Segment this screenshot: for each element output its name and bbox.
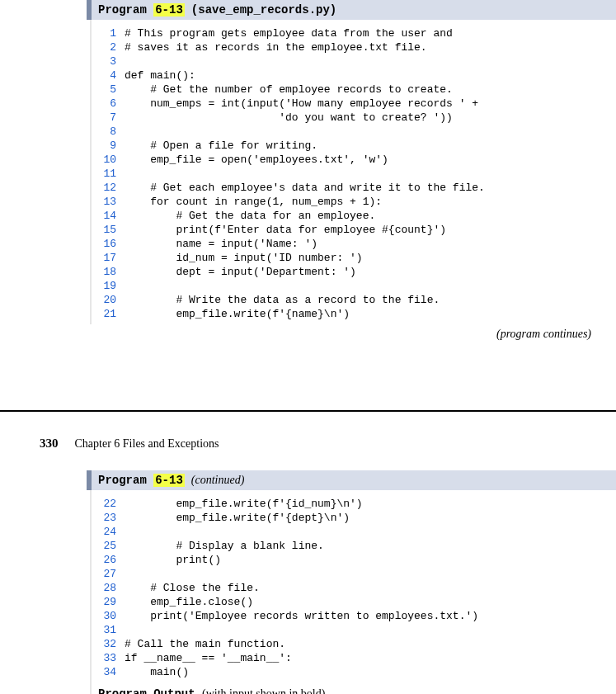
line-source: emp_file = open('employees.txt', 'w') [125, 153, 388, 167]
code-line: 24 [98, 525, 606, 539]
code-line: 11 [98, 167, 606, 181]
line-number: 32 [98, 637, 125, 651]
code-line: 31 [98, 623, 606, 637]
line-number: 29 [98, 595, 125, 609]
line-number: 6 [98, 97, 125, 111]
line-number: 28 [98, 581, 125, 595]
line-number: 21 [98, 307, 125, 321]
line-source: print() [125, 553, 221, 567]
line-source: def main(): [125, 68, 195, 83]
code-body-2: 22 emp_file.write(f'{id_num}\n')23 emp_f… [90, 490, 616, 682]
line-number: 23 [98, 511, 125, 525]
code-line: 23 emp_file.write(f'{dept}\n') [98, 511, 606, 525]
code-line: 29 emp_file.close() [98, 595, 606, 609]
line-number: 13 [98, 195, 125, 209]
program-filename: (save_emp_records.py) [191, 3, 336, 17]
code-line: 5 # Get the number of employee records t… [98, 83, 606, 97]
code-line: 14 # Get the data for an employee. [98, 209, 606, 223]
line-number: 17 [98, 251, 125, 265]
code-line: 10 emp_file = open('employees.txt', 'w') [98, 153, 606, 167]
code-line: 16 name = input('Name: ') [98, 237, 606, 251]
line-source: # Get the data for an employee. [125, 209, 375, 223]
line-number: 3 [98, 54, 125, 68]
line-source: main() [125, 665, 189, 679]
line-source: # Close the file. [125, 581, 260, 595]
code-line: 17 id_num = input('ID number: ') [98, 251, 606, 265]
line-source: name = input('Name: ') [125, 237, 317, 251]
line-number: 8 [98, 125, 125, 139]
program-continued-label: (continued) [191, 474, 245, 487]
code-line: 27 [98, 567, 606, 581]
output-rest: (with input shown in bold) [202, 687, 325, 694]
code-line: 8 [98, 125, 606, 139]
line-number: 22 [98, 497, 125, 511]
program-label: Program [98, 3, 153, 17]
line-number: 31 [98, 623, 125, 637]
line-source: # saves it as records in the employee.tx… [125, 40, 427, 54]
code-line: 9 # Open a file for writing. [98, 139, 606, 153]
program-label: Program [98, 474, 153, 487]
line-number: 26 [98, 553, 125, 567]
line-source: for count in range(1, num_emps + 1): [125, 195, 382, 209]
code-line: 25 # Display a blank line. [98, 539, 606, 553]
line-number: 7 [98, 111, 125, 125]
page-gap [0, 344, 616, 410]
program-number: 6-13 [153, 474, 185, 487]
code-line: 30 print('Employee records written to em… [98, 609, 606, 623]
line-source: # Get the number of employee records to … [125, 83, 453, 97]
chapter-heading: 330 Chapter 6 Files and Exceptions [0, 417, 616, 470]
line-source: # Open a file for writing. [125, 139, 317, 153]
code-line: 6 num_emps = int(input('How many employe… [98, 97, 606, 111]
code-line: 2# saves it as records in the employee.t… [98, 40, 606, 54]
line-source: # Call the main function. [125, 637, 285, 651]
code-line: 33if __name__ == '__main__': [98, 651, 606, 665]
line-number: 30 [98, 609, 125, 623]
line-number: 14 [98, 209, 125, 223]
line-number: 33 [98, 651, 125, 665]
line-number: 2 [98, 40, 125, 54]
code-line: 1# This program gets employee data from … [98, 26, 606, 40]
code-line: 19 [98, 279, 606, 293]
line-source: emp_file.close() [125, 595, 253, 609]
line-number: 12 [98, 181, 125, 195]
program-header-1: Program 6-13 (save_emp_records.py) [87, 0, 616, 20]
code-line: 12 # Get each employee's data and write … [98, 181, 606, 195]
line-source: num_emps = int(input('How many employee … [125, 97, 478, 111]
code-line: 21 emp_file.write(f'{name}\n') [98, 307, 606, 321]
code-body-1: 1# This program gets employee data from … [90, 20, 616, 324]
chapter-title: Chapter 6 Files and Exceptions [75, 437, 219, 451]
line-source: dept = input('Department: ') [125, 265, 356, 279]
line-number: 34 [98, 665, 125, 679]
line-source: emp_file.write(f'{id_num}\n') [125, 497, 363, 511]
code-line: 34 main() [98, 665, 606, 679]
line-number: 4 [98, 68, 125, 83]
code-line: 7 'do you want to create? ')) [98, 111, 606, 125]
program-continues: (program continues) [87, 324, 616, 344]
code-line: 32# Call the main function. [98, 637, 606, 651]
line-number: 11 [98, 167, 125, 181]
program-header-2: Program 6-13 (continued) [87, 470, 616, 490]
output-bold: Program Output [98, 687, 202, 694]
line-source: 'do you want to create? ')) [125, 111, 453, 125]
line-number: 1 [98, 26, 125, 40]
code-line: 15 print(f'Enter data for employee #{cou… [98, 223, 606, 237]
code-line: 4def main(): [98, 68, 606, 83]
page-number: 330 [40, 437, 59, 451]
line-number: 27 [98, 567, 125, 581]
program-output-header: Program Output (with input shown in bold… [90, 682, 616, 694]
program-listing-1: Program 6-13 (save_emp_records.py) 1# Th… [87, 0, 616, 344]
code-line: 13 for count in range(1, num_emps + 1): [98, 195, 606, 209]
line-source: emp_file.write(f'{name}\n') [125, 307, 350, 321]
line-number: 20 [98, 293, 125, 307]
line-number: 24 [98, 525, 125, 539]
page-divider [0, 410, 616, 412]
line-number: 19 [98, 279, 125, 293]
line-number: 10 [98, 153, 125, 167]
line-source: print(f'Enter data for employee #{count}… [125, 223, 446, 237]
program-listing-2: Program 6-13 (continued) 22 emp_file.wri… [87, 470, 616, 694]
line-source: if __name__ == '__main__': [125, 651, 292, 665]
code-line: 22 emp_file.write(f'{id_num}\n') [98, 497, 606, 511]
code-line: 20 # Write the data as a record to the f… [98, 293, 606, 307]
line-number: 16 [98, 237, 125, 251]
line-number: 9 [98, 139, 125, 153]
